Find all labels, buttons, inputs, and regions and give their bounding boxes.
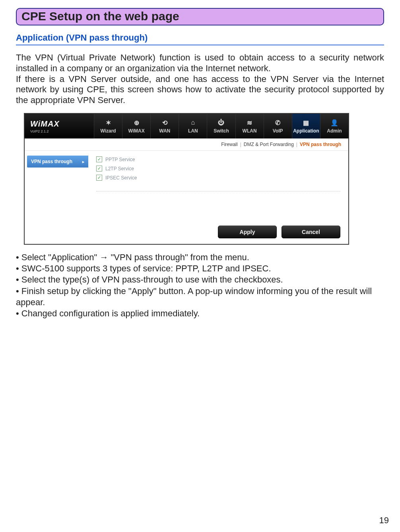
option-pptp: ✓ PPTP Service [96,156,340,162]
option-l2tp: ✓ L2TP Service [96,166,340,171]
checkbox-pptp[interactable]: ✓ [96,156,102,162]
nav-label: Admin [327,128,342,134]
logo-cell: WiMAX VoIP2 2.1.2 [25,114,94,138]
subtab-firewall[interactable]: Firewall [220,142,238,147]
bullet-2: • SWC-5100 supports 3 types of service: … [16,263,384,274]
nav-lan[interactable]: ⌂ LAN [179,114,207,138]
nav-label: WLAN [243,128,257,134]
content-panel: ✓ PPTP Service ✓ L2TP Service ✓ IPSEC Se… [88,151,348,226]
nav-admin[interactable]: 👤 Admin [320,114,348,138]
nav-switch[interactable]: ⏻ Switch [207,114,235,138]
top-nav: WiMAX VoIP2 2.1.2 ✶ Wizard ⊕ WiMAX ⟲ WAN… [25,114,348,138]
admin-icon: 👤 [330,119,338,127]
instruction-bullets: • Select "Application" → "VPN pass throu… [16,252,384,319]
title-text: CPE Setup on the web page [21,10,179,23]
nav-wlan[interactable]: ≋ WLAN [235,114,264,138]
nav-label: Wizard [100,128,116,134]
switch-icon: ⏻ [217,119,225,127]
wan-icon: ⟲ [161,119,169,127]
subtab-dmz-port[interactable]: DMZ & Port Forwarding [243,142,295,147]
nav-wizard[interactable]: ✶ Wizard [94,114,122,138]
bullet-3: • Select the type(s) of VPN pass-through… [16,274,384,285]
subtab-separator: | [296,142,297,147]
option-label: IPSEC Service [105,175,137,181]
dotted-separator [96,191,340,191]
embedded-screenshot: WiMAX VoIP2 2.1.2 ✶ Wizard ⊕ WiMAX ⟲ WAN… [24,113,349,245]
nav-wimax[interactable]: ⊕ WiMAX [122,114,150,138]
nav-wan[interactable]: ⟲ WAN [150,114,179,138]
nav-label: WAN [159,128,170,134]
logo-main: WiMAX [30,119,94,129]
option-ipsec: ✓ IPSEC Service [96,175,340,181]
chevron-right-icon: ▸ [82,160,84,164]
wlan-icon: ≋ [246,119,254,127]
wimax-icon: ⊕ [132,119,140,127]
checkbox-ipsec[interactable]: ✓ [96,175,102,181]
option-label: PPTP Service [105,157,135,162]
nav-label: Switch [214,128,229,134]
sidebar-item-vpn-pass-through[interactable]: VPN pass through ▸ [27,156,88,168]
logo-sub: VoIP2 2.1.2 [30,129,94,133]
bullet-5: • Changed configuration is applied immed… [16,308,384,319]
voip-icon: ✆ [274,119,282,127]
section-rule [16,45,384,45]
bullet-1: • Select "Application" → "VPN pass throu… [16,252,384,263]
nav-label: LAN [188,128,198,134]
apply-button[interactable]: Apply [218,226,277,238]
bullet-4: • Finish setup by clicking the "Apply" b… [16,286,384,308]
nav-items: ✶ Wizard ⊕ WiMAX ⟲ WAN ⌂ LAN ⏻ Switch [94,114,348,138]
nav-voip[interactable]: ✆ VoIP [264,114,292,138]
cancel-button[interactable]: Cancel [282,226,340,238]
sidebar-item-label: VPN pass through [31,159,72,164]
nav-label: VoIP [273,128,283,134]
option-label: L2TP Service [105,166,134,171]
intro-para-1: The VPN (Virtual Private Network) functi… [16,53,384,74]
nav-label: WiMAX [128,128,145,134]
wizard-icon: ✶ [104,119,112,127]
subtab-vpn-pass-through[interactable]: VPN pass through [299,142,342,147]
intro-para-2: If there is a VPN Server outside, and on… [16,74,384,106]
subtab-separator: | [240,142,241,147]
button-row: Apply Cancel [25,226,348,244]
page-number: 19 [379,515,389,526]
sub-tabs: Firewall | DMZ & Port Forwarding | VPN p… [25,138,348,151]
section-heading: Application (VPN pass through) [16,33,384,43]
nav-application[interactable]: ▦ Application [292,114,320,138]
title-box: CPE Setup on the web page [16,8,384,25]
checkbox-l2tp[interactable]: ✓ [96,166,102,171]
content-row: VPN pass through ▸ ✓ PPTP Service ✓ L2TP… [25,151,348,226]
lan-icon: ⌂ [189,119,197,127]
application-icon: ▦ [302,119,310,127]
sidebar: VPN pass through ▸ [25,151,88,226]
nav-label: Application [293,128,319,134]
